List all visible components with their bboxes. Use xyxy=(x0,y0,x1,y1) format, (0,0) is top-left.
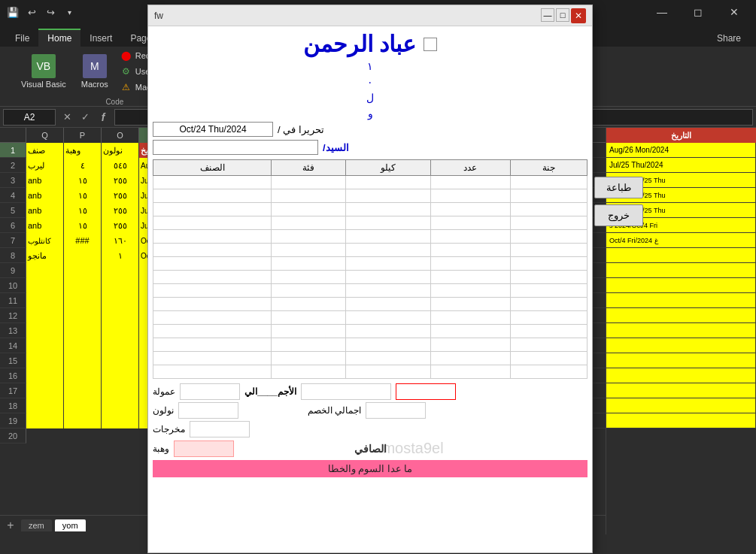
sheet-tab-yom[interactable]: yom xyxy=(55,519,86,531)
row-num-20[interactable]: 20 xyxy=(0,428,26,444)
table-cell-13-1[interactable] xyxy=(430,352,510,365)
table-cell-8-4[interactable] xyxy=(153,284,272,298)
cell-10-O[interactable] xyxy=(102,278,139,293)
cell-8-Q[interactable]: مانجو xyxy=(26,248,64,263)
row-num-10[interactable]: 10 xyxy=(0,278,26,293)
row-num-9[interactable]: 9 xyxy=(0,263,26,278)
tab-file[interactable]: File xyxy=(6,30,38,47)
table-cell-1-4[interactable] xyxy=(153,189,272,203)
table-cell-7-2[interactable] xyxy=(346,271,431,284)
name-box[interactable] xyxy=(3,109,56,126)
window-close-button[interactable]: ✕ xyxy=(717,0,751,24)
table-cell-3-3[interactable] xyxy=(272,216,346,230)
table-cell-7-0[interactable] xyxy=(510,271,587,284)
row-num-14[interactable]: 14 xyxy=(0,338,26,353)
table-cell-12-3[interactable] xyxy=(272,338,346,352)
table-cell-12-1[interactable] xyxy=(430,338,510,352)
omola-value2-input[interactable] xyxy=(396,383,456,400)
cell-3-Q[interactable]: anb xyxy=(26,173,64,188)
redo-button[interactable]: ↪ xyxy=(42,4,59,20)
row-num-4[interactable]: 4 xyxy=(0,188,26,203)
dialog-restore-button[interactable]: □ xyxy=(556,8,569,22)
wahba-input[interactable] xyxy=(174,440,234,457)
dialog-customer-input[interactable] xyxy=(153,140,318,155)
row-num-5[interactable]: 5 xyxy=(0,203,26,218)
cell-6-Q[interactable]: anb xyxy=(26,218,64,233)
table-cell-7-1[interactable] xyxy=(430,271,510,284)
row-num-2[interactable]: 2 xyxy=(0,158,26,173)
table-cell-3-0[interactable] xyxy=(510,216,587,230)
table-cell-2-4[interactable] xyxy=(153,203,272,216)
row-num-18[interactable]: 18 xyxy=(0,398,26,413)
table-cell-5-0[interactable] xyxy=(510,244,587,257)
visual-basic-button[interactable]: VB Visual Basic xyxy=(15,51,72,92)
table-cell-0-2[interactable] xyxy=(346,176,431,189)
tab-home[interactable]: Home xyxy=(38,29,80,47)
table-cell-11-4[interactable] xyxy=(153,325,272,338)
row-num-8[interactable]: 8 xyxy=(0,248,26,263)
row-num-19[interactable]: 19 xyxy=(0,413,26,428)
table-cell-10-1[interactable] xyxy=(430,311,510,325)
table-cell-2-1[interactable] xyxy=(430,203,510,216)
cell-6-P[interactable]: ١٥ xyxy=(64,218,102,233)
tab-insert[interactable]: Insert xyxy=(80,30,121,47)
table-cell-0-1[interactable] xyxy=(430,176,510,189)
table-cell-8-3[interactable] xyxy=(272,284,346,298)
cell-5-Q[interactable]: anb xyxy=(26,203,64,218)
table-cell-8-1[interactable] xyxy=(430,284,510,298)
print-button[interactable]: طباعة xyxy=(594,177,643,198)
row-num-3[interactable]: 3 xyxy=(0,173,26,188)
table-cell-11-0[interactable] xyxy=(510,325,587,338)
cell-2-P[interactable]: ٤ xyxy=(64,158,102,173)
sheet-tab-zem[interactable]: zem xyxy=(21,519,52,531)
minimize-button[interactable]: — xyxy=(645,0,679,24)
cell-6-O[interactable]: ٢٥٥ xyxy=(102,218,139,233)
table-cell-7-4[interactable] xyxy=(153,271,272,284)
rp-cell[interactable] xyxy=(606,383,756,398)
tab-share[interactable]: Share xyxy=(708,30,750,47)
table-cell-8-2[interactable] xyxy=(346,284,431,298)
table-cell-14-2[interactable] xyxy=(346,365,431,379)
cell-1-O[interactable]: نولون xyxy=(102,143,139,158)
table-cell-14-3[interactable] xyxy=(272,365,346,379)
table-cell-9-0[interactable] xyxy=(510,298,587,311)
table-cell-4-1[interactable] xyxy=(430,230,510,244)
rp-cell[interactable] xyxy=(606,308,756,322)
cell-8-O[interactable]: ١ xyxy=(102,248,139,263)
table-cell-8-0[interactable] xyxy=(510,284,587,298)
cell-7-P[interactable]: ### xyxy=(64,233,102,248)
cell-3-P[interactable]: ١٥ xyxy=(64,173,102,188)
table-cell-11-3[interactable] xyxy=(272,325,346,338)
table-cell-4-2[interactable] xyxy=(346,230,431,244)
table-cell-14-4[interactable] xyxy=(153,365,272,379)
row-num-7[interactable]: 7 xyxy=(0,233,26,248)
dialog-checkbox[interactable] xyxy=(424,38,437,51)
table-cell-5-2[interactable] xyxy=(346,244,431,257)
table-cell-3-1[interactable] xyxy=(430,216,510,230)
row-num-11[interactable]: 11 xyxy=(0,293,26,308)
cell-8-P[interactable] xyxy=(64,248,102,263)
table-cell-6-2[interactable] xyxy=(346,257,431,271)
row-num-17[interactable]: 17 xyxy=(0,383,26,398)
qat-dropdown-button[interactable]: ▾ xyxy=(61,4,77,20)
formula-cancel-button[interactable]: ✕ xyxy=(59,109,75,126)
cell-7-O[interactable]: ١٦٠ xyxy=(102,233,139,248)
cell-9-O[interactable] xyxy=(102,263,139,278)
table-cell-6-0[interactable] xyxy=(510,257,587,271)
rp-cell[interactable] xyxy=(606,323,756,338)
rp-cell[interactable] xyxy=(606,398,756,413)
rp-cell[interactable]: 2024/Aug/26 Mon xyxy=(606,143,756,157)
cell-4-Q[interactable]: anb xyxy=(26,188,64,203)
table-cell-9-2[interactable] xyxy=(346,298,431,311)
row-num-13[interactable]: 13 xyxy=(0,323,26,338)
rp-cell[interactable] xyxy=(606,353,756,368)
table-cell-1-2[interactable] xyxy=(346,189,431,203)
undo-button[interactable]: ↩ xyxy=(23,4,40,20)
table-cell-12-4[interactable] xyxy=(153,338,272,352)
cell-10-P[interactable] xyxy=(64,278,102,293)
table-cell-9-4[interactable] xyxy=(153,298,272,311)
table-cell-4-3[interactable] xyxy=(272,230,346,244)
table-cell-2-3[interactable] xyxy=(272,203,346,216)
col-header-O[interactable]: O xyxy=(102,128,139,143)
cell-2-O[interactable]: ٥٤٥ xyxy=(102,158,139,173)
